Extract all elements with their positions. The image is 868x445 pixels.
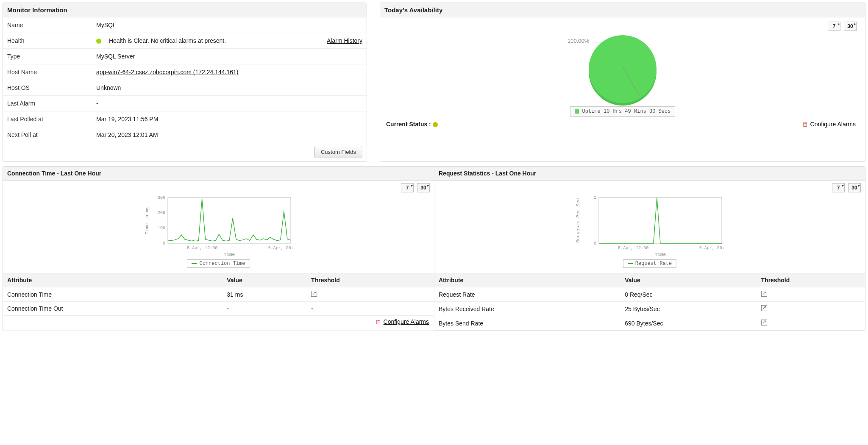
svg-text:5-Apr, 12:00: 5-Apr, 12:00 [187,246,217,250]
availability-toggle-30[interactable]: 30▸ [844,22,857,31]
req-stats-legend: Request Rate [623,259,676,268]
table-row: Connection Time Out - - [3,302,434,316]
svg-text:0: 0 [162,241,165,246]
name-value: MySQL [92,17,367,33]
legend-line-icon [628,263,633,264]
monitor-info-panel: Monitor Information Name MySQL Health He… [3,3,367,162]
table-row: Request Rate 0 Req/Sec [434,287,865,302]
availability-title: Today's Availability [380,3,865,17]
hostos-label: Host OS [3,80,92,96]
svg-text:Requests Per Sec: Requests Per Sec [576,198,581,243]
svg-text:6-Apr, 00:: 6-Apr, 00: [268,246,293,250]
availability-pie-label: 100.00% [568,38,589,44]
svg-text:Time in ms: Time in ms [145,206,150,234]
svg-text:1: 1 [594,195,596,200]
last-polled-value: Mar 19, 2023 11:56 PM [92,111,367,127]
table-row: Bytes Received Rate 25 Bytes/Sec [434,302,865,316]
pie-icon [589,35,657,103]
req-stats-toggle-7[interactable]: 7▸ [832,183,845,192]
req-stats-mini-chart: 01Requests Per Sec5-Apr, 12:006-Apr, 00:… [434,192,865,273]
current-status-dot-icon [433,122,438,127]
name-label: Name [3,17,92,33]
last-alarm-label: Last Alarm [3,96,92,111]
svg-text:5-Apr, 12:00: 5-Apr, 12:00 [618,246,648,250]
conn-th-val: Value [223,273,307,287]
req-stats-title: Request Statistics - Last One Hour [434,167,865,181]
charts-dual-panel: Connection Time - Last One Hour 7▸ 30▸ 0… [3,166,865,331]
table-row: Bytes Send Rate 690 Bytes/Sec [434,316,865,331]
last-alarm-value: - [92,96,367,111]
req-th-attr: Attribute [434,273,620,287]
alarm-flag-icon [376,320,380,324]
table-row: Connection Time 31 ms [3,287,434,302]
conn-time-title: Connection Time - Last One Hour [3,167,434,181]
svg-text:Time: Time [223,252,234,257]
custom-fields-button[interactable]: Custom Fields [314,146,362,158]
monitor-info-table: Name MySQL Health Health is Clear. No cr… [3,17,367,142]
health-text: Health is Clear. No critical alarms at p… [109,37,226,44]
threshold-icon[interactable] [761,305,767,311]
req-th-thresh: Threshold [757,273,865,287]
svg-text:200: 200 [157,211,165,215]
svg-text:100: 100 [157,226,165,231]
alarm-history-link[interactable]: Alarm History [327,37,362,44]
conn-time-toggle-7[interactable]: 7▸ [401,183,414,192]
health-label: Health [3,33,92,49]
current-status-label: Current Status : [386,121,444,128]
next-poll-value: Mar 20, 2023 12:01 AM [92,127,367,143]
svg-rect-9 [599,197,722,243]
threshold-icon[interactable] [311,291,317,297]
configure-alarms-link[interactable]: Configure Alarms [810,121,856,128]
availability-pie-chart: 100.00% [384,35,861,103]
type-label: Type [3,49,92,64]
conn-time-table: Attribute Value Threshold Connection Tim… [3,273,434,316]
req-th-val: Value [620,273,757,287]
availability-toggle-7[interactable]: 7▸ [828,22,840,31]
hostos-value: Unknown [92,80,367,96]
availability-legend: Uptime 10 Hrs 49 Mins 30 Secs [570,106,676,117]
next-poll-label: Next Poll at [3,127,92,143]
threshold-icon[interactable] [761,320,767,325]
legend-square-icon [575,109,579,114]
conn-time-mini-chart: 0100200300Time in ms5-Apr, 12:006-Apr, 0… [3,192,434,273]
alarm-flag-icon [803,122,807,127]
req-stats-table: Attribute Value Threshold Request Rate 0… [434,273,865,331]
svg-text:Time: Time [655,252,666,257]
req-stats-toggle-30[interactable]: 30▸ [848,183,861,192]
last-polled-label: Last Polled at [3,111,92,127]
conn-time-toggle-30[interactable]: 30▸ [417,183,430,192]
type-value: MySQL Server [92,49,367,64]
hostname-link[interactable]: app-win7-64-2.csez.zohocorpin.com (172.2… [96,69,238,75]
conn-th-thresh: Threshold [307,273,434,287]
conn-th-attr: Attribute [3,273,223,287]
svg-text:6-Apr, 00:: 6-Apr, 00: [699,246,725,250]
monitor-info-title: Monitor Information [3,3,367,17]
svg-rect-0 [168,197,291,243]
hostname-label: Host Name [3,64,92,80]
legend-line-icon [192,263,197,264]
threshold-icon[interactable] [761,291,767,297]
health-status-dot-icon [96,39,101,44]
svg-text:300: 300 [157,195,165,200]
svg-text:0: 0 [594,241,596,246]
availability-panel: Today's Availability 7▸ 30▸ 100.00% Upti… [380,3,865,162]
conn-time-legend: Connection Time [187,259,250,268]
configure-alarms-link-conn[interactable]: Configure Alarms [384,318,429,325]
